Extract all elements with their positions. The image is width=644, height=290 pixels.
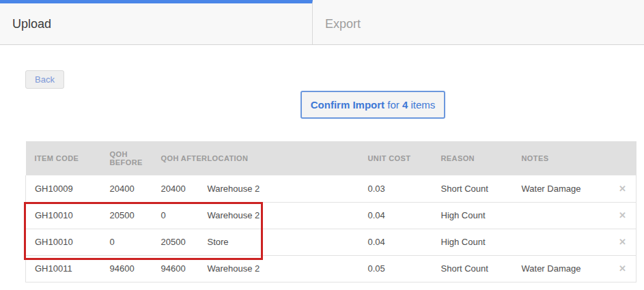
cell-notes bbox=[522, 229, 604, 255]
cell-qoh-before: 20400 bbox=[110, 175, 161, 202]
remove-row-icon[interactable]: ✕ bbox=[619, 184, 626, 194]
column-header-location: LOCATION bbox=[208, 141, 368, 175]
cell-item-code: GH10010 bbox=[26, 202, 110, 229]
cell-item-code: GH10010 bbox=[26, 229, 110, 255]
column-header-notes: NOTES bbox=[522, 141, 604, 175]
cell-qoh-before: 0 bbox=[110, 229, 161, 255]
cell-remove: ✕ bbox=[604, 175, 636, 202]
cell-location: Warehouse 2 bbox=[208, 202, 368, 229]
confirm-import-button[interactable]: Confirm Import for 4 items bbox=[300, 91, 445, 119]
cell-reason: High Count bbox=[441, 202, 522, 229]
table-header-row: ITEM CODE QOH BEFORE QOH AFTER LOCATION … bbox=[26, 141, 636, 175]
import-preview-page: Upload Export Back Confirm Import for 4 … bbox=[0, 0, 644, 290]
cell-notes: Water Damage bbox=[522, 255, 604, 282]
cell-remove: ✕ bbox=[604, 202, 636, 229]
cell-qoh-after: 94600 bbox=[161, 255, 208, 282]
remove-row-icon[interactable]: ✕ bbox=[619, 237, 626, 247]
cell-location: Warehouse 2 bbox=[208, 255, 368, 282]
cell-reason: High Count bbox=[441, 229, 522, 255]
cell-item-code: GH10009 bbox=[26, 175, 110, 202]
cell-reason: Short Count bbox=[441, 255, 522, 282]
cell-unit-cost: 0.04 bbox=[368, 229, 441, 255]
cell-remove: ✕ bbox=[604, 229, 636, 255]
cell-reason: Short Count bbox=[441, 175, 522, 202]
cell-location: Warehouse 2 bbox=[208, 175, 368, 202]
cell-item-code: GH10011 bbox=[26, 255, 110, 282]
confirm-import-action-text: Confirm Import bbox=[311, 99, 384, 111]
cell-qoh-after: 0 bbox=[161, 202, 208, 229]
cell-notes: Water Damage bbox=[522, 175, 604, 202]
cell-unit-cost: 0.03 bbox=[368, 175, 441, 202]
column-header-qoh-before: QOH BEFORE bbox=[110, 141, 161, 175]
cell-unit-cost: 0.04 bbox=[368, 202, 441, 229]
table-row: GH10011 94600 94600 Warehouse 2 0.05 Sho… bbox=[26, 255, 636, 282]
cell-qoh-after: 20500 bbox=[161, 229, 208, 255]
cell-qoh-before: 20500 bbox=[110, 202, 161, 229]
tab-bar: Upload Export bbox=[0, 0, 644, 45]
remove-row-icon[interactable]: ✕ bbox=[619, 210, 626, 220]
cell-location: Store bbox=[208, 229, 368, 255]
cell-qoh-before: 94600 bbox=[110, 255, 161, 282]
column-header-unit-cost: UNIT COST bbox=[368, 141, 441, 175]
import-preview-table: ITEM CODE QOH BEFORE QOH AFTER LOCATION … bbox=[25, 141, 636, 282]
cell-qoh-after: 20400 bbox=[161, 175, 208, 202]
remove-row-icon[interactable]: ✕ bbox=[619, 263, 626, 274]
table-row: GH10009 20400 20400 Warehouse 2 0.03 Sho… bbox=[26, 175, 636, 202]
column-header-reason: REASON bbox=[441, 141, 522, 175]
confirm-import-count: 4 bbox=[402, 99, 408, 111]
confirm-import-tail-text: items bbox=[408, 99, 435, 111]
back-button[interactable]: Back bbox=[25, 70, 64, 89]
table-row: GH10010 20500 0 Warehouse 2 0.04 High Co… bbox=[26, 202, 636, 229]
table-row: GH10010 0 20500 Store 0.04 High Count ✕ bbox=[26, 229, 636, 255]
cell-notes bbox=[522, 202, 604, 229]
tab-upload-label: Upload bbox=[12, 17, 51, 31]
cell-remove: ✕ bbox=[604, 255, 636, 282]
column-header-remove bbox=[604, 141, 636, 175]
column-header-qoh-after: QOH AFTER bbox=[161, 141, 208, 175]
tab-upload[interactable]: Upload bbox=[0, 0, 313, 44]
confirm-import-mid-text: for bbox=[384, 99, 402, 111]
tab-export-label: Export bbox=[325, 17, 361, 31]
column-header-item-code: ITEM CODE bbox=[26, 141, 110, 175]
cell-unit-cost: 0.05 bbox=[368, 255, 441, 282]
tab-export[interactable]: Export bbox=[313, 0, 644, 44]
